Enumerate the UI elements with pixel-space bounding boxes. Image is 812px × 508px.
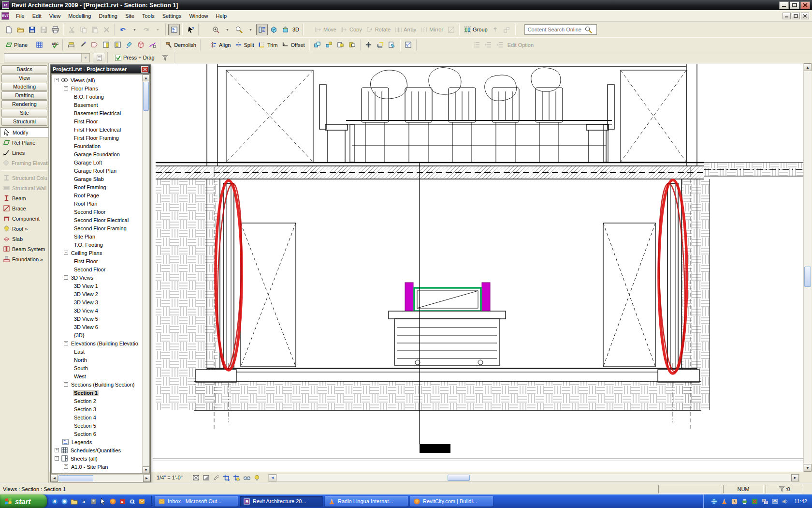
open-button[interactable] (14, 24, 26, 35)
quicklaunch-internet-explorer-icon[interactable]: e (51, 497, 59, 506)
designbar-tool-beam-system[interactable]: Beam System (0, 244, 48, 254)
tag-button[interactable] (88, 39, 100, 51)
window-button[interactable] (112, 39, 123, 51)
horizontal-scrollbar[interactable]: ◄ ► (268, 474, 799, 482)
workplane-button[interactable]: Plane (3, 39, 29, 51)
designbar-tool-slab[interactable]: Slab (0, 234, 48, 244)
designbar-tab-basics[interactable]: Basics (1, 65, 47, 74)
menu-help[interactable]: Help (212, 12, 231, 20)
doc-restore-button[interactable] (792, 13, 800, 19)
group-button[interactable]: Group (462, 24, 490, 35)
tree-item-first-floor-framing[interactable]: First Floor Framing (52, 134, 149, 142)
quicklaunch-firefox-icon[interactable] (109, 497, 117, 506)
spelling-button[interactable]: ABC (49, 39, 60, 51)
designbar-tab-modelling[interactable]: Modelling (1, 83, 47, 91)
taskbar-task-revit-architecture-20[interactable]: RRevit Architecture 20... (240, 496, 323, 507)
tree-item-3d-view-2[interactable]: 3D View 2 (52, 290, 149, 298)
tree-item-section-1[interactable]: Section 1 (52, 388, 149, 397)
tree-item-first-floor[interactable]: First Floor (52, 257, 149, 265)
linework-tool-button[interactable] (403, 39, 414, 51)
press-drag-checkbox[interactable] (115, 55, 121, 61)
designbar-tab-drafting[interactable]: Drafting (1, 91, 47, 100)
tree-item-b-o-footing[interactable]: B.O. Footing (52, 92, 149, 101)
designbar-tool-brace[interactable]: Brace (0, 203, 48, 213)
maximize-button[interactable] (790, 1, 799, 9)
tree-item-garage-roof-plan[interactable]: Garage Roof Plan (52, 166, 149, 175)
quicklaunch-pdf-icon[interactable]: A (118, 497, 127, 506)
undo-button[interactable] (117, 24, 129, 35)
tree-item-second-floor-framing[interactable]: Second Floor Framing (52, 224, 149, 232)
tree-horizontal-scrollbar[interactable]: ◄ ► (51, 474, 150, 482)
collapse-icon[interactable]: - (55, 78, 59, 82)
menu-file[interactable]: File (12, 12, 29, 20)
collapse-icon[interactable]: - (64, 251, 68, 255)
tray-antivirus-icon[interactable] (751, 497, 759, 506)
taskbar-task-revitcity-com-buildi[interactable]: RevitCity.com | Buildi... (410, 496, 493, 507)
tray-clock-app-icon[interactable] (730, 497, 739, 506)
tree-scroll-thumb[interactable] (143, 82, 149, 111)
collapse-icon[interactable]: - (64, 382, 68, 387)
tree-item-garage-slab[interactable]: Garage Slab (52, 175, 149, 183)
tree-item-north[interactable]: North (52, 356, 149, 364)
tray-display-icon[interactable] (771, 497, 779, 506)
split-button[interactable]: Split (232, 39, 256, 51)
designbar-tool-ref-plane[interactable]: Ref Plane (0, 137, 48, 148)
tree-item-second-floor[interactable]: Second Floor (52, 265, 149, 273)
3d-house-button[interactable] (279, 24, 291, 35)
start-button[interactable]: start (0, 494, 47, 508)
menu-drafting[interactable]: Drafting (95, 12, 121, 20)
opening-button[interactable] (135, 39, 146, 51)
content-search-input[interactable] (528, 27, 585, 32)
menu-view[interactable]: View (45, 12, 65, 20)
tree-item-3d-view-5[interactable]: 3D View 5 (52, 314, 149, 323)
wall-joins-button[interactable] (363, 39, 375, 51)
tree-item-schedules-quantities[interactable]: +Schedules/Quantities (52, 446, 149, 454)
tree-item-foundation[interactable]: Foundation (52, 142, 149, 150)
cut-geometry-button[interactable] (335, 39, 347, 51)
designbar-tool-modify[interactable]: Modify (0, 127, 48, 137)
help-pointer-button[interactable]: ? (185, 24, 196, 35)
reveal-hidden-button[interactable] (252, 473, 261, 482)
expand-icon[interactable]: + (64, 464, 68, 469)
tree-item-legends[interactable]: Legends (52, 438, 149, 446)
tree-item--3d-[interactable]: {3D} (52, 331, 149, 339)
save-button[interactable] (26, 24, 38, 35)
quicklaunch-pointer-icon[interactable] (99, 497, 107, 506)
dropdown-button[interactable] (245, 24, 256, 35)
designbar-tool-foundation-[interactable]: Foundation » (0, 254, 48, 264)
print-button[interactable] (49, 24, 61, 35)
menu-site[interactable]: Site (121, 12, 138, 20)
tree-item-floor-plans[interactable]: -Floor Plans (52, 84, 149, 92)
scroll-left-button[interactable]: ◄ (269, 474, 276, 481)
tree-item-3d-view-6[interactable]: 3D View 6 (52, 323, 149, 331)
scroll-up-button[interactable]: ▲ (804, 63, 812, 71)
menu-settings[interactable]: Settings (159, 12, 186, 20)
3d-box-button[interactable] (268, 24, 279, 35)
tree-item-a1-0-site-plan[interactable]: +A1.0 - Site Plan (52, 463, 149, 471)
zoom-region-button[interactable] (210, 24, 221, 35)
crop-visibility-button[interactable] (232, 473, 241, 482)
door-button[interactable] (100, 39, 112, 51)
scroll-right-button[interactable]: ► (791, 474, 799, 481)
linework-button[interactable] (146, 39, 158, 51)
vertical-scroll-thumb[interactable] (804, 267, 811, 287)
quicklaunch-quicktime-icon[interactable] (128, 497, 136, 506)
tree-item-garage-loft[interactable]: Garage Loft (52, 158, 149, 166)
tray-printer-icon[interactable] (740, 497, 749, 506)
minimize-button[interactable] (779, 1, 789, 9)
unjoin-geometry-button[interactable] (323, 39, 335, 51)
expand-icon[interactable]: + (55, 448, 59, 452)
tree-item-east[interactable]: East (52, 347, 149, 356)
tree-item-garage-foundation[interactable]: Garage Foundation (52, 150, 149, 158)
collapse-icon[interactable]: - (64, 341, 68, 345)
taskbar-task-radio-lingua-internat[interactable]: Radio Lingua Internat... (325, 496, 408, 507)
vertical-scrollbar[interactable]: ▲ ▼ (803, 63, 812, 472)
tree-item-views-all-[interactable]: -Views (all) (52, 76, 149, 84)
project-browser-titlebar[interactable]: Project1.rvt - Project browser (51, 65, 150, 74)
zoom-button[interactable] (233, 24, 245, 35)
doc-close-button[interactable] (801, 13, 809, 19)
tree-item-sheets-all-[interactable]: -Sheets (all) (52, 454, 149, 463)
designbar-tab-view[interactable]: View (1, 74, 47, 82)
close-button[interactable] (800, 1, 810, 9)
taskbar-task-inbox-microsoft-out[interactable]: Inbox - Microsoft Out... (155, 496, 238, 507)
